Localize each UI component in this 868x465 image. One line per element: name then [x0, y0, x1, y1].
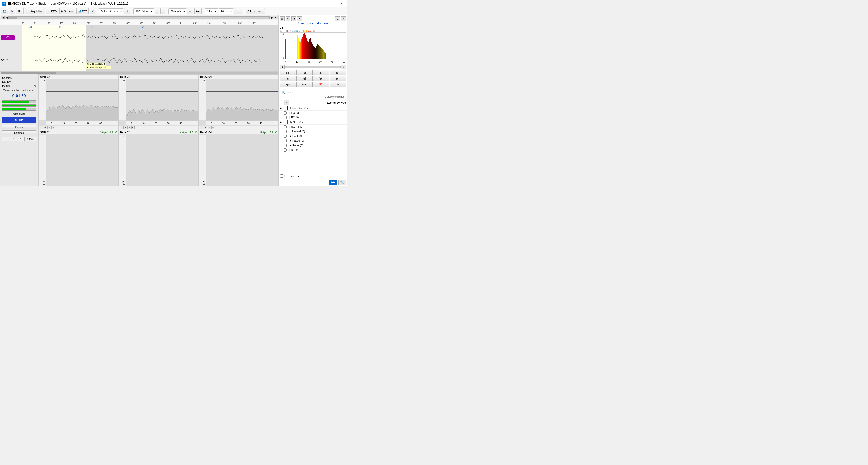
reward-checkbox[interactable] — [283, 130, 287, 133]
stop-button[interactable]: STOP — [2, 117, 36, 123]
rstop-checkbox[interactable] — [283, 125, 287, 129]
speed-select[interactable]: 30 mm/s — [168, 8, 186, 14]
nav-skip-end[interactable]: ▶| — [330, 70, 346, 75]
nav-next-segment[interactable]: ▶| — [330, 76, 346, 81]
smr-top-5[interactable]: 5 — [48, 126, 51, 129]
beta2-top-plus[interactable]: + — [204, 126, 207, 129]
spec-nav-left[interactable]: ◀ — [291, 16, 296, 21]
beta-top-6[interactable]: 6 — [131, 126, 135, 129]
beta-top-plus[interactable]: + — [123, 126, 127, 129]
event-item-hold[interactable]: ✦ Hold (0) — [279, 134, 347, 138]
tab-nt[interactable]: NT — [18, 137, 25, 141]
hscroll-thumb[interactable] — [1, 72, 56, 74]
view-button[interactable]: 👁 — [9, 8, 15, 14]
scroll-left-button[interactable]: ↔ — [187, 8, 193, 14]
session-button[interactable]: ▶ Session — [59, 8, 75, 14]
spec-hscroll[interactable] — [285, 66, 341, 68]
nav-skip-start[interactable]: |◀ — [280, 70, 296, 75]
scroll-right-btn2[interactable]: ▶ — [270, 16, 274, 19]
spec-print-btn[interactable]: 🖨 — [335, 16, 340, 21]
search-input[interactable] — [286, 90, 344, 95]
tab-other[interactable]: Other... — [26, 137, 37, 141]
beta2-top-6[interactable]: 6 — [211, 126, 215, 129]
beta2-top-minus[interactable]: - — [200, 126, 203, 129]
eeg-scroll-thumb[interactable] — [9, 16, 17, 19]
pause-event-checkbox[interactable] — [283, 139, 287, 142]
nt-checkbox[interactable] — [283, 148, 287, 152]
freq-low-select[interactable]: 1 Hz — [205, 8, 218, 14]
eo-checkbox[interactable] — [283, 111, 287, 114]
apply-button[interactable]: ▶▶ — [329, 180, 337, 185]
event-item-relax[interactable]: ✦ Relax (0) — [279, 143, 347, 148]
eeg-hscrollbar[interactable] — [0, 72, 278, 74]
spec-scroll-left[interactable]: ◀ — [280, 65, 284, 69]
eeg-scroll-track[interactable] — [9, 16, 270, 19]
tab-eo[interactable]: EO — [2, 137, 9, 141]
scroll-right-button[interactable]: ▶▶ — [194, 8, 202, 14]
event-item-reward[interactable]: ↓ Reward (0) — [279, 129, 347, 134]
event-item-rstop[interactable]: | R.Stop (0) — [279, 125, 347, 129]
save-button[interactable]: 💾 — [1, 8, 8, 14]
beta-top-5[interactable]: 5 — [127, 126, 131, 129]
nav-next-bracket[interactable]: ]▶ — [313, 76, 329, 81]
event-item-pause[interactable]: ✦ Pause (0) — [279, 138, 347, 143]
eeg-button[interactable]: 〜 EEG — [46, 8, 58, 14]
event-item-ec[interactable]: | EC (0) — [279, 115, 347, 120]
relax-checkbox[interactable] — [283, 144, 287, 147]
spec-scroll-right[interactable]: ▶ — [341, 65, 346, 69]
nav-next[interactable]: ▶ — [313, 70, 329, 75]
close-button[interactable]: ✕ — [338, 1, 345, 7]
event-item-exam-start[interactable]: ▶ | Exam Start (1) — [279, 106, 347, 111]
pause-button[interactable]: ⏸ — [124, 8, 130, 14]
settings-button-session[interactable]: Settings — [2, 130, 36, 135]
rstart-expand[interactable]: ▶ — [280, 121, 282, 123]
pause-button-session[interactable]: Pause — [2, 125, 36, 129]
amplitude-up-button[interactable]: ↑ — [155, 8, 160, 14]
amplitude-select[interactable]: 100 μV/cm — [133, 8, 154, 14]
rstart-checkbox[interactable] — [283, 121, 286, 124]
events-select-all[interactable] — [280, 101, 283, 104]
event-item-nt[interactable]: | NT (0) — [279, 148, 347, 153]
event-item-eo[interactable]: | EO (0) — [279, 111, 347, 115]
smr-top-plus[interactable]: + — [43, 126, 47, 129]
smr-top-6[interactable]: 6 — [51, 126, 55, 129]
nav-back-arrow[interactable]: ◀↩ — [280, 82, 296, 87]
spec-split-btn[interactable]: ÷ — [285, 16, 290, 21]
impedance-button[interactable]: Ω Impedance — [246, 8, 265, 14]
ec-checkbox[interactable] — [283, 116, 287, 119]
refresh-button[interactable]: ↺ — [90, 8, 95, 14]
spec-settings-btn[interactable]: ⚙ — [341, 16, 346, 21]
beta2-top-5[interactable]: 5 — [208, 126, 211, 129]
nav-config[interactable]: ⚙ — [330, 82, 346, 87]
eeg-scrollbar-top[interactable]: |◀ ◀ ▶ ▶| — [0, 15, 278, 20]
scroll-left-btn[interactable]: ◀ — [5, 16, 8, 19]
exam-start-checkbox[interactable] — [283, 107, 286, 110]
minimize-button[interactable]: ─ — [323, 1, 330, 7]
nav-prev[interactable]: ◀ — [296, 70, 312, 75]
hscroll-track[interactable] — [1, 72, 278, 74]
time-filter-checkbox[interactable] — [280, 174, 283, 177]
amplitude-down-button[interactable]: ↓ — [160, 8, 165, 14]
tool-button[interactable]: 🔧 — [338, 180, 346, 185]
filter-button[interactable]: 〜✂ — [234, 8, 243, 14]
event-item-rstart[interactable]: ▶ | R.Start (1) — [279, 120, 347, 125]
nav-prev-segment[interactable]: ◀| — [280, 76, 296, 81]
nav-forward-arrow[interactable]: ↪▶ — [296, 82, 312, 87]
nav-prev-bracket[interactable]: ◀[ — [296, 76, 312, 81]
smr-top-minus[interactable]: - — [40, 126, 43, 129]
freq-high-select[interactable]: 70 Hz — [219, 8, 233, 14]
nav-flag[interactable]: 🚩 — [313, 82, 329, 87]
scroll-end-button[interactable]: ▶| — [274, 16, 278, 19]
stream-select[interactable]: Online Stream — [98, 8, 123, 14]
spec-grid-btn[interactable]: ▦ — [280, 16, 284, 21]
events-check-btn[interactable]: ✓ — [283, 100, 289, 105]
beta-top-minus[interactable]: - — [120, 126, 123, 129]
hold-checkbox[interactable] — [283, 135, 287, 138]
maximize-button[interactable]: □ — [331, 1, 338, 7]
scroll-start-button[interactable]: |◀ — [1, 16, 5, 19]
acquisition-button[interactable]: 〜 Acquisition — [25, 8, 45, 14]
fft-button[interactable]: 📊 FFT — [76, 8, 89, 14]
tab-ec[interactable]: EC — [10, 137, 17, 141]
settings-button[interactable]: ⚙ — [16, 8, 22, 14]
exam-start-expand[interactable]: ▶ — [280, 107, 282, 109]
